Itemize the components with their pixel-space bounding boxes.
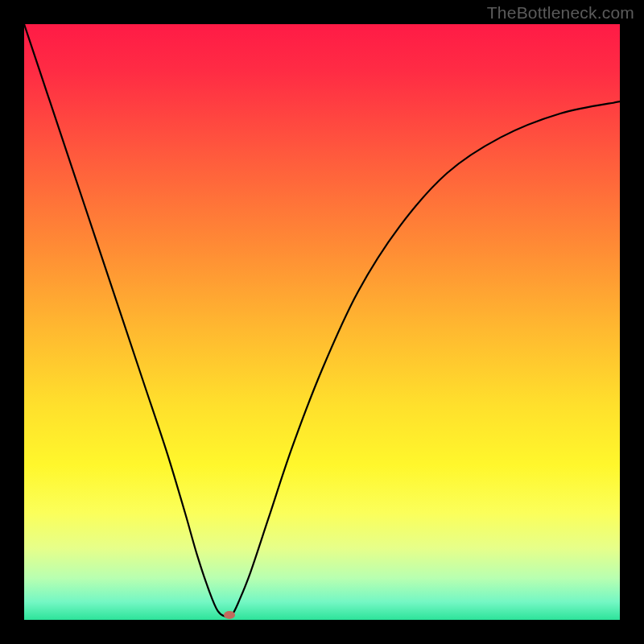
watermark-text: TheBottleneck.com [487, 3, 634, 23]
plot-area [24, 24, 620, 620]
minimum-marker [224, 611, 235, 619]
bottleneck-curve-path [24, 24, 620, 617]
curve-svg [24, 24, 620, 620]
